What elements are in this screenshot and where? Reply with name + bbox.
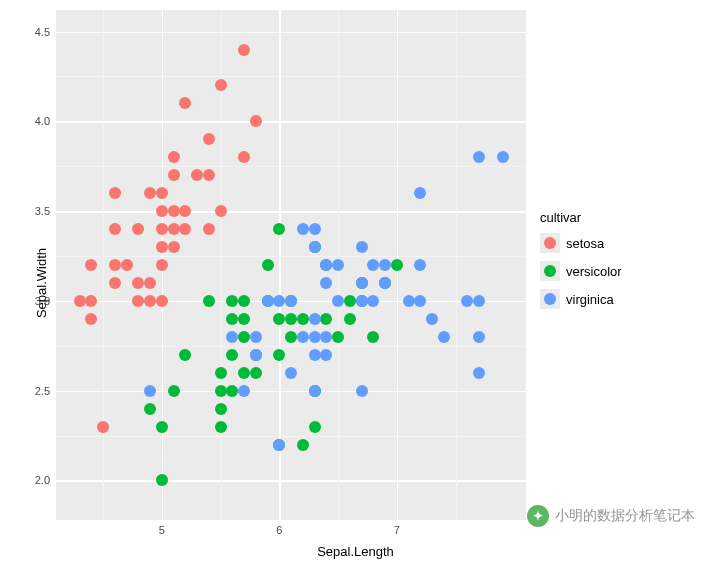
- data-point: [179, 223, 191, 235]
- data-point: [156, 187, 168, 199]
- y-tick-label: 4.5: [35, 26, 56, 38]
- data-point: [426, 313, 438, 325]
- data-point: [238, 44, 250, 56]
- data-point: [97, 421, 109, 433]
- data-point: [473, 367, 485, 379]
- data-point: [391, 259, 403, 271]
- data-point: [344, 313, 356, 325]
- data-point: [356, 385, 368, 397]
- data-point: [144, 277, 156, 289]
- data-point: [238, 385, 250, 397]
- data-point: [309, 385, 321, 397]
- data-point: [273, 223, 285, 235]
- data-point: [109, 259, 121, 271]
- data-point: [85, 295, 97, 307]
- legend-key: [540, 289, 560, 309]
- data-point: [238, 331, 250, 343]
- data-point: [144, 187, 156, 199]
- y-tick-label: 3.0: [35, 295, 56, 307]
- data-point: [309, 349, 321, 361]
- legend-item: virginica: [540, 289, 622, 309]
- data-point: [309, 313, 321, 325]
- legend-label: virginica: [566, 292, 614, 307]
- data-point: [473, 151, 485, 163]
- data-point: [74, 295, 86, 307]
- data-point: [309, 421, 321, 433]
- data-point: [156, 223, 168, 235]
- data-point: [156, 421, 168, 433]
- data-point: [250, 331, 262, 343]
- y-tick-label: 4.0: [35, 115, 56, 127]
- data-point: [203, 133, 215, 145]
- data-point: [403, 295, 415, 307]
- data-point: [414, 295, 426, 307]
- data-point: [356, 277, 368, 289]
- data-point: [215, 403, 227, 415]
- data-point: [144, 385, 156, 397]
- legend-key: [540, 233, 560, 253]
- y-axis-label: Sepal.Width: [34, 247, 49, 317]
- data-point: [168, 223, 180, 235]
- data-point: [332, 331, 344, 343]
- data-point: [497, 151, 509, 163]
- data-point: [367, 295, 379, 307]
- data-point: [461, 295, 473, 307]
- watermark: ✦ 小明的数据分析笔记本: [527, 505, 695, 527]
- data-point: [215, 367, 227, 379]
- data-point: [344, 295, 356, 307]
- data-point: [473, 331, 485, 343]
- data-point: [379, 277, 391, 289]
- data-point: [132, 277, 144, 289]
- data-point: [156, 295, 168, 307]
- data-point: [144, 403, 156, 415]
- grid-minor-v: [456, 10, 457, 520]
- data-point: [309, 223, 321, 235]
- legend-dot-icon: [544, 237, 556, 249]
- legend-dot-icon: [544, 265, 556, 277]
- data-point: [215, 385, 227, 397]
- data-point: [215, 421, 227, 433]
- data-point: [414, 187, 426, 199]
- data-point: [109, 187, 121, 199]
- data-point: [367, 259, 379, 271]
- data-point: [285, 295, 297, 307]
- data-point: [285, 367, 297, 379]
- data-point: [179, 205, 191, 217]
- legend-item: versicolor: [540, 261, 622, 281]
- data-point: [238, 151, 250, 163]
- data-point: [168, 205, 180, 217]
- data-point: [238, 295, 250, 307]
- data-point: [250, 367, 262, 379]
- data-point: [285, 313, 297, 325]
- data-point: [132, 295, 144, 307]
- data-point: [414, 259, 426, 271]
- data-point: [320, 259, 332, 271]
- scatter-chart: Sepal.Width Sepal.Length 2.02.53.03.54.0…: [0, 0, 711, 565]
- data-point: [297, 439, 309, 451]
- data-point: [226, 385, 238, 397]
- data-point: [109, 223, 121, 235]
- data-point: [226, 295, 238, 307]
- data-point: [320, 331, 332, 343]
- watermark-text: 小明的数据分析笔记本: [555, 507, 695, 525]
- data-point: [320, 277, 332, 289]
- data-point: [168, 241, 180, 253]
- legend: cultivar setosaversicolorvirginica: [540, 210, 622, 317]
- data-point: [356, 241, 368, 253]
- data-point: [309, 241, 321, 253]
- data-point: [85, 259, 97, 271]
- data-point: [85, 313, 97, 325]
- x-tick-label: 6: [276, 520, 282, 536]
- data-point: [297, 331, 309, 343]
- data-point: [168, 385, 180, 397]
- data-point: [250, 349, 262, 361]
- data-point: [156, 259, 168, 271]
- legend-dot-icon: [544, 293, 556, 305]
- y-tick-label: 2.5: [35, 385, 56, 397]
- data-point: [109, 277, 121, 289]
- data-point: [262, 295, 274, 307]
- data-point: [320, 349, 332, 361]
- data-point: [250, 115, 262, 127]
- data-point: [379, 259, 391, 271]
- data-point: [262, 259, 274, 271]
